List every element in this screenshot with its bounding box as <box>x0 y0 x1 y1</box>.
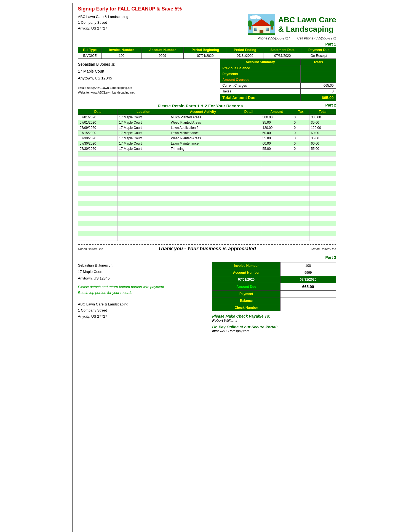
col-total: Total <box>309 109 336 115</box>
col-date: Date <box>78 109 117 115</box>
col-activity: Account Activity <box>169 109 237 115</box>
col-detail: Detail <box>237 109 261 115</box>
pay-check-label: Please Make Check Payable To: <box>212 314 336 318</box>
svg-point-3 <box>257 16 261 19</box>
empty-row <box>78 206 336 211</box>
taxes-row: Taxes 0 <box>220 89 336 94</box>
part3-account-label: Account Number <box>212 269 281 276</box>
retain-note: Please Retain Parts 1 & 2 For Your Recor… <box>78 103 323 108</box>
pay-check-name: Robert Williams <box>212 318 336 323</box>
activity-row: 07/30/202017 Maple CourtTrimming55.00055… <box>78 146 336 151</box>
col-period-beginning: Period Beginning <box>184 47 227 53</box>
part3-left: Sebastian B Jones Jr. 17 Maple Court Any… <box>78 262 202 320</box>
part3-customer-addr2: Anytown, US 12345 <box>78 275 202 281</box>
empty-row <box>78 236 336 241</box>
pay-check-section: Please Make Check Payable To: Robert Wil… <box>212 314 336 333</box>
company-addr-line1: ABC Lawn Care & Landscaping <box>78 14 129 20</box>
svg-point-11 <box>263 32 263 33</box>
part3-period-end: 07/31/2020 <box>280 276 336 283</box>
activity-row: 07/15/202017 Maple CourtLawn Maintenance… <box>78 131 336 136</box>
invoice-number-value: 100 <box>102 53 141 59</box>
activity-row: 07/30/202017 Maple CourtLawn Maintenance… <box>78 141 336 146</box>
detach-line2: Retain top portion for your records <box>78 290 202 296</box>
part3-payment-label: Payment <box>212 291 281 297</box>
empty-row <box>78 186 336 191</box>
account-summary-title: Account Summary <box>220 59 301 65</box>
company-address: ABC Lawn Care & Landscaping 1 Company St… <box>78 14 129 31</box>
remit-line3: Anycity, US 27727 <box>78 313 202 320</box>
payments-row: Payments <box>220 71 336 77</box>
col-account-number: Account Number <box>141 47 184 53</box>
payment-due-value: On Receipt <box>302 53 336 59</box>
part3-amount-due-row: Amount Due 665.00 <box>212 283 336 291</box>
period-ending-value: 07/31/2020 <box>227 53 263 59</box>
company-website: Website: www.ABCLawn-Landscaping.net <box>78 90 135 95</box>
mid-section: Sebastian B Jones Jr. 17 Maple Court Any… <box>78 59 336 101</box>
empty-row <box>78 201 336 206</box>
period-beginning-value: 07/01/2020 <box>184 53 227 59</box>
contact-info: eMail: Bob@ABCLawn-Landscaping.net Websi… <box>78 86 135 95</box>
part3-amount-due-value: 665.00 <box>280 283 336 291</box>
total-amount-due-row: Total Amount Due 665.00 <box>220 94 336 101</box>
empty-row <box>78 171 336 176</box>
phone: Phone (555)555-2727 <box>258 36 290 40</box>
part3-account-row: Account Number 9999 <box>212 269 336 276</box>
col-statement-date: Statement Date <box>263 47 302 53</box>
empty-row <box>78 151 336 156</box>
part3-date-row: 07/01/2020 07/31/2020 <box>212 276 336 283</box>
total-amount: 665.00 <box>301 94 336 101</box>
customer-address: Sebastian B Jones Jr. 17 Maple Court Any… <box>78 59 135 84</box>
previous-balance-amount <box>301 65 336 71</box>
part3-balance-value <box>280 297 336 304</box>
part3-customer-addr1: 17 Maple Court <box>78 268 202 275</box>
empty-row <box>78 166 336 171</box>
customer-address-block: Sebastian B Jones Jr. 17 Maple Court Any… <box>78 59 135 95</box>
part3-customer: Sebastian B Jones Jr. 17 Maple Court Any… <box>78 262 202 281</box>
col-payment-due: Payment Due <box>302 47 336 53</box>
logo-area: ABC Lawn Care & Landscaping <box>248 14 336 35</box>
col-invoice-number: Invoice Number <box>102 47 141 53</box>
part3-invoice-label: Invoice Number <box>212 262 281 269</box>
current-charges-label: Current Charges <box>220 83 301 89</box>
empty-row <box>78 196 336 201</box>
col-tax: Tax <box>292 109 309 115</box>
part3-invoice-row: Invoice Number 100 <box>212 262 336 269</box>
empty-row <box>78 161 336 166</box>
col-period-ending: Period Ending <box>227 47 263 53</box>
cut-line: Cut on Dotted Line Thank you - Your busi… <box>78 244 336 252</box>
part3-table: Invoice Number 100 Account Number 9999 0… <box>212 262 336 311</box>
cell-phone: Cell Phone (555)555-7272 <box>297 36 336 40</box>
amount-overdue-amount <box>301 77 336 83</box>
remit-line1: ABC Lawn Care & Landscaping <box>78 301 202 307</box>
empty-row <box>78 156 336 161</box>
col-bill-type: Bill Type <box>78 47 102 53</box>
pay-online-url: https://ABC.fortispay.com <box>212 329 336 333</box>
amount-overdue-row: Amount Overdue <box>220 77 336 83</box>
part3-right: Invoice Number 100 Account Number 9999 0… <box>212 262 336 333</box>
customer-addr1: 17 Maple Court <box>78 68 135 75</box>
banner: Signup Early for FALL CLEANUP & Save 5% <box>78 6 336 12</box>
part3-amount-due-label: Amount Due <box>212 283 281 291</box>
company-email: eMail: Bob@ABCLawn-Landscaping.net <box>78 86 135 91</box>
empty-row <box>78 181 336 186</box>
amount-overdue-label: Amount Overdue <box>220 77 301 83</box>
previous-balance-label: Previous Balance <box>220 65 301 71</box>
empty-row <box>78 231 336 236</box>
previous-balance-row: Previous Balance <box>220 65 336 71</box>
taxes-amount: 0 <box>301 89 336 94</box>
empty-row <box>78 221 336 226</box>
cut-text-left: Cut on Dotted Line <box>78 247 103 251</box>
part3-check-row: Check Number <box>212 304 336 311</box>
part3-check-label: Check Number <box>212 304 281 311</box>
current-charges-row: Current Charges 665.00 <box>220 83 336 89</box>
account-summary-header: Account Summary Totals <box>220 59 336 65</box>
empty-row <box>78 216 336 221</box>
col-amount: Amount <box>261 109 292 115</box>
part3-balance-row: Balance <box>212 297 336 304</box>
company-name-logo: ABC Lawn Care & Landscaping <box>278 15 336 34</box>
activity-row: 07/09/202017 Maple CourtLawn Application… <box>78 125 336 131</box>
detach-line1: Please detach and return bottom portion … <box>78 284 202 290</box>
taxes-label: Taxes <box>220 89 301 94</box>
payments-amount <box>301 71 336 77</box>
svg-point-5 <box>248 20 252 27</box>
